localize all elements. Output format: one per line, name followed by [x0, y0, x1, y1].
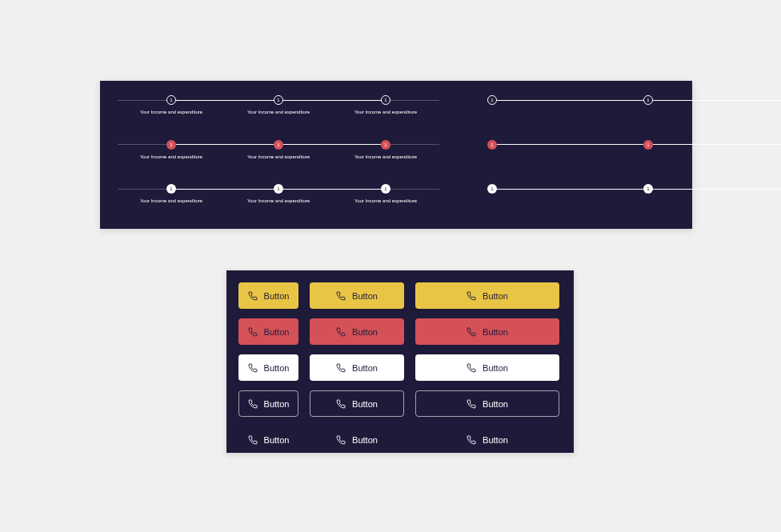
- step-node-white: 1: [643, 184, 653, 194]
- step-label: Your Income and expenditure: [354, 154, 417, 159]
- button-label: Button: [483, 399, 508, 409]
- step-node-outline: 1: [274, 95, 283, 105]
- step-item[interactable]: 1 Your Income and expenditure: [118, 95, 225, 126]
- button-label: Button: [352, 363, 378, 373]
- step-item[interactable]: 1: [487, 184, 595, 214]
- phone-icon: [248, 399, 258, 409]
- step-node-red: 1: [166, 140, 176, 150]
- phone-icon: [467, 399, 476, 409]
- button-label: Button: [264, 327, 290, 337]
- button-red-md[interactable]: Button: [310, 318, 404, 345]
- step-track: 1: [702, 184, 781, 194]
- step-track: 1: [332, 95, 439, 105]
- button-label: Button: [264, 363, 290, 373]
- step-label: Your Income and expenditure: [247, 198, 310, 203]
- button-text-sm[interactable]: Button: [238, 426, 298, 453]
- step-item[interactable]: 1 Your Income and expenditure: [332, 95, 439, 126]
- phone-icon: [336, 363, 346, 373]
- step-track: 1: [118, 140, 225, 150]
- step-node-outline: 1: [166, 95, 176, 105]
- step-item[interactable]: 1: [702, 95, 781, 126]
- step-track: 1: [595, 95, 702, 105]
- step-item[interactable]: 1 Your Income and expenditure: [225, 140, 332, 170]
- step-track: 1: [225, 95, 332, 105]
- step-node-white: 1: [166, 184, 176, 194]
- step-item[interactable]: 1 Your Income and expenditure: [332, 184, 439, 214]
- steps-left-grid: 1 Your Income and expenditure 1 Your Inc…: [118, 95, 439, 214]
- button-label: Button: [352, 291, 378, 301]
- button-outline-md[interactable]: Button: [310, 390, 404, 417]
- step-item[interactable]: 1: [487, 140, 595, 170]
- phone-icon: [248, 363, 258, 373]
- step-track: 1: [595, 184, 702, 194]
- step-track: 1: [487, 184, 595, 194]
- phone-icon: [336, 291, 346, 301]
- button-white-sm[interactable]: Button: [238, 354, 298, 381]
- steps-right-grid: 1 1 1 1 1: [487, 95, 781, 214]
- button-red-sm[interactable]: Button: [238, 318, 298, 345]
- button-outline-lg[interactable]: Button: [415, 390, 559, 417]
- button-label: Button: [264, 291, 290, 301]
- step-node-red: 1: [274, 140, 283, 150]
- button-text-lg[interactable]: Button: [415, 426, 559, 453]
- step-label: Your Income and expenditure: [247, 154, 310, 159]
- step-item[interactable]: 1 Your Income and expenditure: [118, 140, 225, 170]
- button-yellow-lg[interactable]: Button: [415, 282, 559, 309]
- step-node-outline: 1: [643, 95, 653, 105]
- step-item[interactable]: 1 Your Income and expenditure: [225, 95, 332, 126]
- steps-panel: 1 Your Income and expenditure 1 Your Inc…: [100, 81, 692, 229]
- button-yellow-md[interactable]: Button: [310, 282, 404, 309]
- button-red-lg[interactable]: Button: [415, 318, 559, 345]
- step-item[interactable]: 1 Your Income and expenditure: [225, 184, 332, 214]
- step-item[interactable]: 1: [702, 140, 781, 170]
- phone-icon: [248, 435, 258, 445]
- step-item[interactable]: 1: [595, 184, 702, 214]
- button-label: Button: [352, 327, 378, 337]
- step-node-outline: 1: [381, 95, 390, 105]
- step-item[interactable]: 1 Your Income and expenditure: [332, 140, 439, 170]
- step-track: 1: [702, 140, 781, 150]
- step-item[interactable]: 1 Your Income and expenditure: [118, 184, 225, 214]
- step-label: Your Income and expenditure: [140, 198, 202, 203]
- button-label: Button: [483, 435, 508, 445]
- step-track: 1: [595, 140, 702, 150]
- step-track: 1: [332, 140, 439, 150]
- button-white-md[interactable]: Button: [310, 354, 404, 381]
- buttons-panel: Button Button Button Button Button Butto…: [226, 270, 574, 453]
- phone-icon: [248, 327, 258, 337]
- button-label: Button: [483, 363, 508, 373]
- button-outline-sm[interactable]: Button: [238, 390, 298, 417]
- button-label: Button: [352, 435, 378, 445]
- step-item[interactable]: 1: [595, 95, 702, 126]
- step-track: 1: [118, 184, 225, 194]
- step-label: Your Income and expenditure: [140, 110, 202, 114]
- step-node-white: 1: [274, 184, 283, 194]
- step-item[interactable]: 1: [702, 184, 781, 214]
- phone-icon: [336, 435, 346, 445]
- step-track: 1: [225, 184, 332, 194]
- button-label: Button: [483, 327, 508, 337]
- step-node-outline: 1: [487, 95, 497, 105]
- step-label: Your Income and expenditure: [140, 154, 202, 159]
- step-item[interactable]: 1: [595, 140, 702, 170]
- button-label: Button: [264, 435, 290, 445]
- phone-icon: [336, 399, 346, 409]
- phone-icon: [336, 327, 346, 337]
- step-node-red: 1: [487, 140, 497, 150]
- step-track: 1: [702, 95, 781, 105]
- button-yellow-sm[interactable]: Button: [238, 282, 298, 309]
- step-node-red: 1: [381, 140, 390, 150]
- step-track: 1: [118, 95, 225, 105]
- step-track: 1: [487, 140, 595, 150]
- step-node-white: 1: [487, 184, 497, 194]
- step-track: 1: [332, 184, 439, 194]
- step-item[interactable]: 1: [487, 95, 595, 126]
- button-text-md[interactable]: Button: [310, 426, 404, 453]
- phone-icon: [467, 327, 476, 337]
- phone-icon: [467, 291, 476, 301]
- step-label: Your Income and expenditure: [354, 110, 417, 114]
- button-white-lg[interactable]: Button: [415, 354, 559, 381]
- phone-icon: [467, 435, 476, 445]
- button-label: Button: [352, 399, 378, 409]
- button-label: Button: [483, 291, 508, 301]
